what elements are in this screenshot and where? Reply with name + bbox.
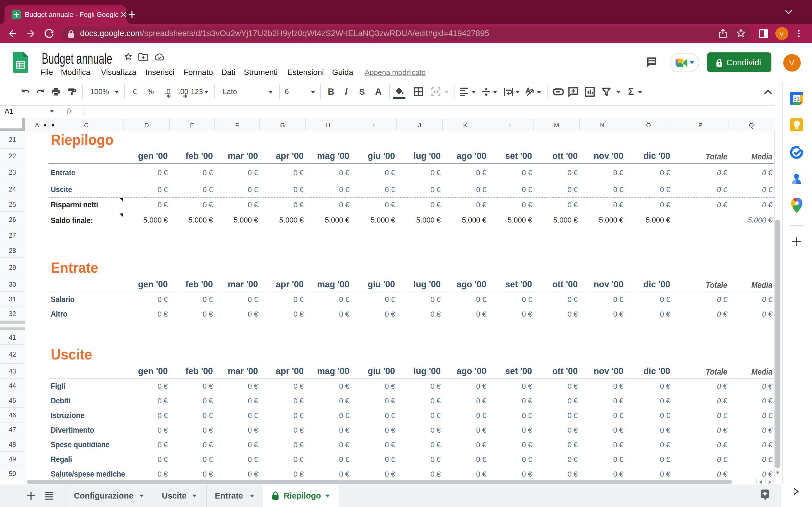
- svg-text:31: 31: [793, 95, 800, 102]
